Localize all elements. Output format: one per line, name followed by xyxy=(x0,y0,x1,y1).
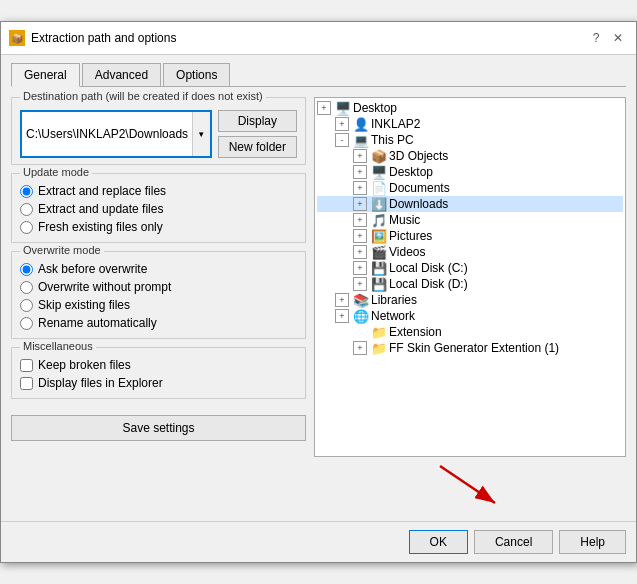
tree-item-7[interactable]: +🎵Music xyxy=(317,212,623,228)
cancel-button[interactable]: Cancel xyxy=(474,530,553,554)
tree-icon-13: 🌐 xyxy=(353,309,369,323)
tree-expander-13[interactable]: + xyxy=(335,309,349,323)
overwrite-mode-radio-0[interactable] xyxy=(20,263,33,276)
destination-dropdown-btn[interactable]: ▼ xyxy=(192,112,210,156)
tree-item-0[interactable]: +🖥️Desktop xyxy=(317,100,623,116)
tab-advanced[interactable]: Advanced xyxy=(82,63,161,86)
misc-check-1[interactable] xyxy=(20,377,33,390)
close-button[interactable]: ✕ xyxy=(608,28,628,48)
tree-item-10[interactable]: +💾Local Disk (C:) xyxy=(317,260,623,276)
tree-label-5: Documents xyxy=(389,181,450,195)
right-panel: +🖥️Desktop+👤INKLAP2-💻This PC+📦3D Objects… xyxy=(314,97,626,511)
update-mode-radio-0[interactable] xyxy=(20,185,33,198)
dialog-title: Extraction path and options xyxy=(31,31,176,45)
destination-input[interactable] xyxy=(22,112,192,156)
tree-item-2[interactable]: -💻This PC xyxy=(317,132,623,148)
tree-label-3: 3D Objects xyxy=(389,149,448,163)
overwrite-mode-label-2: Skip existing files xyxy=(38,298,130,312)
misc-option-0[interactable]: Keep broken files xyxy=(20,356,297,374)
overwrite-mode-label: Overwrite mode xyxy=(20,244,104,256)
tree-expander-2[interactable]: - xyxy=(335,133,349,147)
tree-expander-14 xyxy=(353,325,367,339)
tree-item-3[interactable]: +📦3D Objects xyxy=(317,148,623,164)
tree-label-2: This PC xyxy=(371,133,414,147)
tree-expander-15[interactable]: + xyxy=(353,341,367,355)
misc-check-0[interactable] xyxy=(20,359,33,372)
tree-expander-10[interactable]: + xyxy=(353,261,367,275)
overwrite-mode-radio-2[interactable] xyxy=(20,299,33,312)
tree-item-14[interactable]: 📁Extension xyxy=(317,324,623,340)
tree-expander-1[interactable]: + xyxy=(335,117,349,131)
tree-icon-2: 💻 xyxy=(353,133,369,147)
misc-label-0: Keep broken files xyxy=(38,358,131,372)
overwrite-mode-radio-3[interactable] xyxy=(20,317,33,330)
help-footer-button[interactable]: Help xyxy=(559,530,626,554)
tree-item-8[interactable]: +🖼️Pictures xyxy=(317,228,623,244)
update-mode-radio-1[interactable] xyxy=(20,203,33,216)
tree-icon-5: 📄 xyxy=(371,181,387,195)
help-button[interactable]: ? xyxy=(586,28,606,48)
destination-input-wrap: ▼ xyxy=(20,110,212,158)
tree-icon-0: 🖥️ xyxy=(335,101,351,115)
tree-item-1[interactable]: +👤INKLAP2 xyxy=(317,116,623,132)
tree-label-6: Downloads xyxy=(389,197,448,211)
tree-expander-12[interactable]: + xyxy=(335,293,349,307)
tree-item-11[interactable]: +💾Local Disk (D:) xyxy=(317,276,623,292)
overwrite-mode-radio-1[interactable] xyxy=(20,281,33,294)
tree-item-9[interactable]: +🎬Videos xyxy=(317,244,623,260)
tree-expander-0[interactable]: + xyxy=(317,101,331,115)
arrow-annotation xyxy=(314,461,626,511)
tree-item-5[interactable]: +📄Documents xyxy=(317,180,623,196)
tree-expander-8[interactable]: + xyxy=(353,229,367,243)
tree-view[interactable]: +🖥️Desktop+👤INKLAP2-💻This PC+📦3D Objects… xyxy=(314,97,626,457)
overwrite-mode-label-1: Overwrite without prompt xyxy=(38,280,171,294)
tree-item-12[interactable]: +📚Libraries xyxy=(317,292,623,308)
display-button[interactable]: Display xyxy=(218,110,297,132)
update-mode-option-2[interactable]: Fresh existing files only xyxy=(20,218,297,236)
update-mode-label: Update mode xyxy=(20,166,92,178)
tab-general[interactable]: General xyxy=(11,63,80,87)
overwrite-mode-option-0[interactable]: Ask before overwrite xyxy=(20,260,297,278)
tree-expander-6[interactable]: + xyxy=(353,197,367,211)
tree-label-8: Pictures xyxy=(389,229,432,243)
tree-item-6[interactable]: +⬇️Downloads xyxy=(317,196,623,212)
tree-expander-9[interactable]: + xyxy=(353,245,367,259)
new-folder-button[interactable]: New folder xyxy=(218,136,297,158)
tree-expander-7[interactable]: + xyxy=(353,213,367,227)
update-mode-option-0[interactable]: Extract and replace files xyxy=(20,182,297,200)
miscellaneous-label: Miscellaneous xyxy=(20,340,96,352)
tree-expander-4[interactable]: + xyxy=(353,165,367,179)
arrow-svg xyxy=(420,461,520,511)
overwrite-mode-option-1[interactable]: Overwrite without prompt xyxy=(20,278,297,296)
tree-expander-3[interactable]: + xyxy=(353,149,367,163)
overwrite-mode-option-3[interactable]: Rename automatically xyxy=(20,314,297,332)
tree-label-4: Desktop xyxy=(389,165,433,179)
app-icon: 📦 xyxy=(9,30,25,46)
tree-item-4[interactable]: +🖥️Desktop xyxy=(317,164,623,180)
update-mode-radio-2[interactable] xyxy=(20,221,33,234)
tree-expander-5[interactable]: + xyxy=(353,181,367,195)
tree-label-12: Libraries xyxy=(371,293,417,307)
tree-icon-10: 💾 xyxy=(371,261,387,275)
tab-options[interactable]: Options xyxy=(163,63,230,86)
tree-icon-6: ⬇️ xyxy=(371,197,387,211)
tree-item-15[interactable]: +📁FF Skin Generator Extention (1) xyxy=(317,340,623,356)
tree-icon-1: 👤 xyxy=(353,117,369,131)
destination-group: Destination path (will be created if doe… xyxy=(11,97,306,165)
overwrite-mode-label-0: Ask before overwrite xyxy=(38,262,147,276)
title-bar-left: 📦 Extraction path and options xyxy=(9,30,176,46)
svg-line-1 xyxy=(440,466,495,503)
overwrite-mode-option-2[interactable]: Skip existing files xyxy=(20,296,297,314)
footer-buttons: OK Cancel Help xyxy=(1,521,636,562)
misc-option-1[interactable]: Display files in Explorer xyxy=(20,374,297,392)
update-mode-label-1: Extract and update files xyxy=(38,202,163,216)
overwrite-mode-label-3: Rename automatically xyxy=(38,316,157,330)
save-settings-button[interactable]: Save settings xyxy=(11,415,306,441)
update-mode-option-1[interactable]: Extract and update files xyxy=(20,200,297,218)
tab-bar: General Advanced Options xyxy=(11,63,626,87)
tree-label-11: Local Disk (D:) xyxy=(389,277,468,291)
tree-icon-14: 📁 xyxy=(371,325,387,339)
tree-expander-11[interactable]: + xyxy=(353,277,367,291)
tree-item-13[interactable]: +🌐Network xyxy=(317,308,623,324)
ok-button[interactable]: OK xyxy=(409,530,468,554)
